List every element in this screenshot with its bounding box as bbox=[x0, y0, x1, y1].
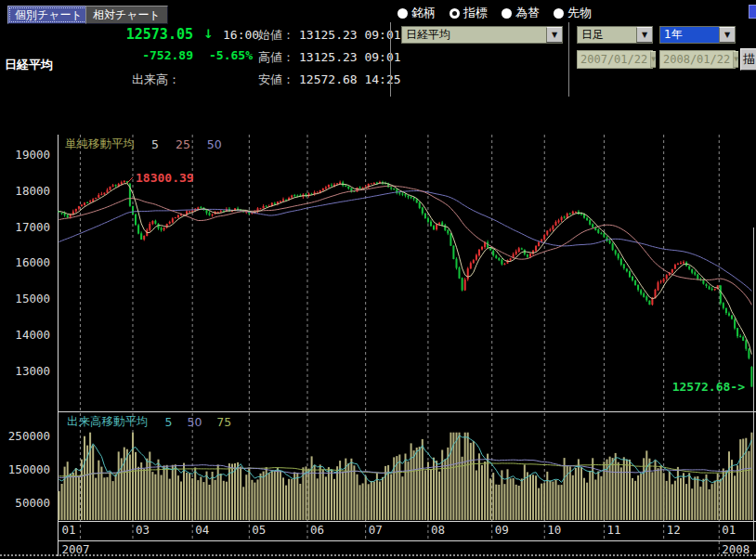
price-change: -752.89 bbox=[111, 48, 193, 62]
quote-time: 16:00 bbox=[223, 28, 259, 42]
svg-text:01: 01 bbox=[722, 523, 736, 537]
chevron-down-icon: ▼ bbox=[733, 51, 738, 68]
y-axis-label: 13000 bbox=[15, 364, 50, 378]
radio-futures[interactable]: 先物 bbox=[554, 5, 592, 21]
y-axis-label: 19000 bbox=[15, 148, 50, 162]
down-arrow-icon: ↓ bbox=[199, 27, 214, 41]
draw-button[interactable]: 描 bbox=[740, 48, 756, 71]
window-edge-fragment bbox=[749, 5, 756, 19]
low-value: 12572.68 14:25 bbox=[299, 72, 401, 86]
svg-text:01: 01 bbox=[62, 523, 76, 537]
radio-stock[interactable]: 銘柄 bbox=[398, 5, 436, 21]
radio-stock-label: 銘柄 bbox=[411, 5, 436, 21]
low-label: 安値： bbox=[258, 72, 294, 88]
volume-ma-legend: 出来高移動平均 5 50 75 bbox=[67, 414, 231, 430]
symbol-select-value: 日経平均 bbox=[402, 27, 546, 43]
svg-text:07: 07 bbox=[369, 523, 383, 537]
period-select-value: 日足 bbox=[578, 27, 636, 43]
date-from-value: 2007/01/22 bbox=[578, 51, 650, 68]
price-volume-axis-labels: 1900018000170001600015000140001300025000… bbox=[0, 135, 54, 557]
chevron-down-icon[interactable]: ▼ bbox=[546, 27, 562, 43]
chart-app-window: { "tabs": [ {"label": "個別チャート", "active"… bbox=[0, 0, 756, 559]
radio-circle-icon bbox=[502, 8, 512, 19]
radio-circle-selected-icon bbox=[450, 8, 460, 19]
high-label: 高値： bbox=[258, 49, 294, 66]
instrument-name: 日経平均 bbox=[5, 57, 53, 73]
radio-forex-label: 為替 bbox=[515, 5, 540, 21]
svg-text:06: 06 bbox=[310, 523, 324, 537]
price-ma-legend: 単純移動平均 5 25 50 bbox=[65, 136, 222, 152]
date-to-input[interactable]: 2008/01/22 ▼ bbox=[659, 50, 736, 69]
price-ma-legend-title: 単純移動平均 bbox=[65, 136, 135, 152]
last-price: 12573.05 bbox=[104, 26, 193, 43]
price-ma25-label: 25 bbox=[176, 137, 190, 151]
peak-price-annotation: 18300.39 bbox=[136, 171, 194, 185]
radio-circle-icon bbox=[398, 8, 408, 19]
range-select-value: 1年 bbox=[660, 27, 719, 43]
volume-ma50-label: 50 bbox=[187, 415, 202, 429]
y-axis-label: 17000 bbox=[15, 220, 50, 234]
symbol-select[interactable]: 日経平均 ▼ bbox=[401, 26, 563, 44]
chevron-down-icon[interactable]: ▼ bbox=[636, 27, 652, 43]
y-axis-label: 18000 bbox=[15, 184, 50, 198]
category-radio-group: 銘柄 指標 為替 先物 bbox=[398, 5, 592, 21]
radio-index[interactable]: 指標 bbox=[450, 5, 488, 21]
y-axis-label: 50000 bbox=[15, 496, 50, 510]
volume-ma75-label: 75 bbox=[216, 415, 231, 429]
tab-relative-chart[interactable]: 相対チャート bbox=[85, 6, 168, 24]
radio-circle-icon bbox=[554, 8, 564, 19]
svg-text:10: 10 bbox=[547, 523, 561, 537]
svg-text:12: 12 bbox=[667, 523, 681, 537]
last-price-annotation: 12572.68-> bbox=[615, 380, 745, 394]
range-select[interactable]: 1年 ▼ bbox=[659, 26, 736, 44]
y-axis-label: 250000 bbox=[8, 429, 50, 443]
header-separator bbox=[390, 22, 391, 97]
svg-text:08: 08 bbox=[431, 523, 445, 537]
open-label: 始値： bbox=[258, 27, 294, 44]
svg-text:04: 04 bbox=[195, 523, 209, 537]
date-to-value: 2008/01/22 bbox=[660, 51, 733, 68]
volume-label: 出来高： bbox=[132, 72, 180, 88]
svg-text:11: 11 bbox=[606, 523, 620, 537]
bottom-scroll-track[interactable] bbox=[0, 554, 756, 556]
svg-text:09: 09 bbox=[495, 523, 509, 537]
volume-ma-legend-title: 出来高移動平均 bbox=[67, 414, 149, 430]
price-change-percent: -5.65% bbox=[193, 48, 253, 62]
price-ma50-label: 50 bbox=[207, 137, 222, 151]
candlestick-volume-chart[interactable]: 01030405060708091011120120072008 bbox=[58, 135, 756, 557]
chevron-down-icon: ▼ bbox=[650, 51, 656, 68]
svg-text:03: 03 bbox=[136, 523, 150, 537]
header-separator bbox=[568, 22, 569, 97]
y-axis-label: 150000 bbox=[8, 462, 50, 476]
open-value: 13125.23 09:01 bbox=[299, 28, 401, 42]
y-axis-label: 15000 bbox=[15, 292, 50, 306]
period-select[interactable]: 日足 ▼ bbox=[577, 26, 653, 44]
chevron-down-icon[interactable]: ▼ bbox=[719, 27, 735, 43]
high-value: 13125.23 09:01 bbox=[299, 50, 401, 64]
radio-index-label: 指標 bbox=[463, 5, 488, 21]
y-axis-label: 16000 bbox=[15, 255, 50, 269]
svg-text:05: 05 bbox=[252, 523, 266, 537]
date-from-input[interactable]: 2007/01/22 ▼ bbox=[577, 50, 653, 69]
tab-individual-chart[interactable]: 個別チャート bbox=[7, 6, 90, 24]
radio-forex[interactable]: 為替 bbox=[502, 5, 540, 21]
volume-ma5-label: 5 bbox=[165, 415, 173, 429]
price-ma5-label: 5 bbox=[151, 137, 159, 151]
radio-futures-label: 先物 bbox=[567, 5, 592, 21]
chart-area[interactable]: 01030405060708091011120120072008 単純移動平均 … bbox=[58, 135, 756, 557]
y-axis-label: 14000 bbox=[15, 328, 50, 342]
